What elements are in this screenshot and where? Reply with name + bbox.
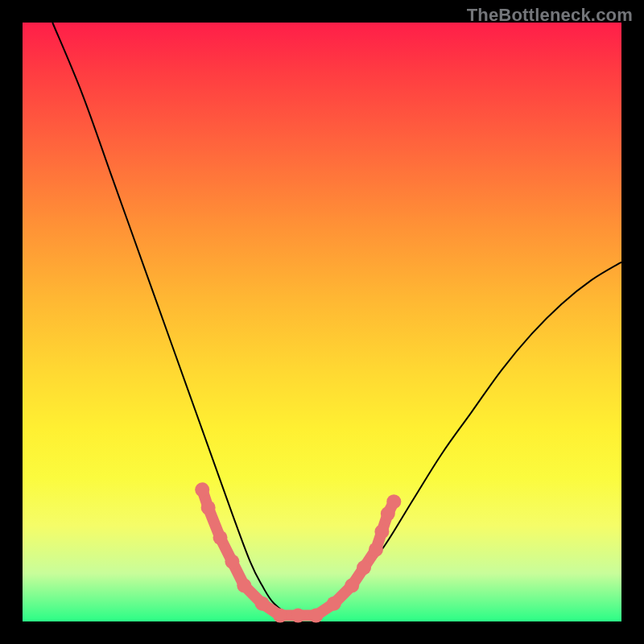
- marker-dot: [195, 482, 209, 497]
- plot-area: [23, 23, 621, 621]
- marker-dot: [327, 597, 341, 611]
- marker-dot: [273, 609, 287, 623]
- marker-dot: [201, 501, 216, 515]
- marker-dot: [369, 543, 383, 557]
- marker-dot: [309, 609, 324, 623]
- marker-dot: [374, 524, 389, 539]
- marker-dot: [291, 609, 305, 623]
- bottleneck-curve: [52, 23, 621, 617]
- marker-dot: [237, 578, 251, 592]
- chart-svg: [23, 23, 621, 621]
- marker-dot: [357, 560, 371, 575]
- marker-dot: [345, 578, 359, 592]
- marker-dot: [255, 597, 270, 611]
- marker-dot: [213, 530, 228, 545]
- marker-dot: [225, 555, 239, 569]
- watermark-text: TheBottleneck.com: [467, 5, 633, 26]
- marker-dot: [386, 494, 401, 509]
- marker-group: [195, 482, 401, 622]
